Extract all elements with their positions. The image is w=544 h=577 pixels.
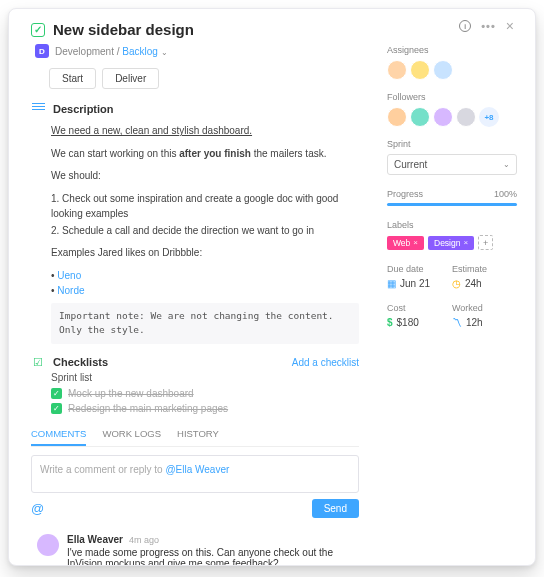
progress-value: 100% <box>494 189 517 199</box>
worked-label: Worked <box>452 303 517 313</box>
add-label-button[interactable]: + <box>478 235 493 250</box>
task-title: New sidebar design <box>53 21 194 38</box>
status-dropdown[interactable]: Backlog ⌄ <box>122 46 167 57</box>
link-norde[interactable]: Norde <box>57 285 84 296</box>
chevron-down-icon: ⌄ <box>503 160 510 169</box>
estimate-label: Estimate <box>452 264 517 274</box>
calendar-icon: ▦ <box>387 278 396 289</box>
label-design[interactable]: Design × <box>428 236 474 250</box>
comment-input[interactable]: Write a comment or reply to @Ella Weaver <box>31 455 359 493</box>
add-checklist-link[interactable]: Add a checklist <box>292 357 359 368</box>
info-icon[interactable]: i <box>459 20 471 32</box>
checklist-icon: ☑ <box>31 356 45 369</box>
start-button[interactable]: Start <box>49 68 96 89</box>
cost-value[interactable]: $$180 <box>387 317 452 328</box>
avatar[interactable] <box>433 60 453 80</box>
tab-comments[interactable]: COMMENTS <box>31 428 86 446</box>
comment: Ella Weaver4m ago I've made some progres… <box>31 528 359 565</box>
sprint-label: Sprint <box>387 139 517 149</box>
comment-text: I've made some progress on this. Can any… <box>67 547 353 565</box>
comment-author[interactable]: Ella Weaver <box>67 534 123 545</box>
project-name[interactable]: Development <box>55 46 114 57</box>
checkbox-icon[interactable]: ✓ <box>51 388 62 399</box>
avatar[interactable] <box>410 60 430 80</box>
description-body[interactable]: We need a new, clean and stylish dashboa… <box>51 123 359 344</box>
avatar[interactable] <box>37 534 59 556</box>
project-badge[interactable]: D <box>35 44 49 58</box>
dollar-icon: $ <box>387 317 393 328</box>
avatar[interactable] <box>387 60 407 80</box>
sprint-select[interactable]: Current ⌄ <box>387 154 517 175</box>
followers-label: Followers <box>387 92 517 102</box>
avatar[interactable] <box>387 107 407 127</box>
activity-icon: 〽 <box>452 317 462 328</box>
labels-label: Labels <box>387 220 517 230</box>
assignees-label: Assignees <box>387 45 517 55</box>
estimate-value[interactable]: ◷24h <box>452 278 517 289</box>
avatar[interactable] <box>433 107 453 127</box>
more-menu-icon[interactable]: ••• <box>481 20 496 32</box>
cost-label: Cost <box>387 303 452 313</box>
description-icon <box>31 103 45 115</box>
checklists-heading: Checklists <box>53 356 108 368</box>
checklist-title: Sprint list <box>51 372 359 383</box>
code-note: Important note: We are not changing the … <box>51 303 359 344</box>
breadcrumb: D Development / Backlog ⌄ <box>35 44 359 58</box>
checklist-item[interactable]: ✓ Redesign the main marketing pages <box>51 403 359 414</box>
assignees[interactable] <box>387 60 517 80</box>
checklist-item[interactable]: ✓ Mock up the new dashboard <box>51 388 359 399</box>
progress-label: Progress <box>387 189 423 199</box>
tab-work-logs[interactable]: WORK LOGS <box>102 428 161 446</box>
more-followers-badge[interactable]: +8 <box>479 107 499 127</box>
avatar[interactable] <box>410 107 430 127</box>
due-date-label: Due date <box>387 264 452 274</box>
avatar[interactable] <box>456 107 476 127</box>
label-web[interactable]: Web × <box>387 236 424 250</box>
checkbox-icon[interactable]: ✓ <box>51 403 62 414</box>
comment-time: 4m ago <box>129 535 159 545</box>
followers[interactable]: +8 <box>387 107 517 127</box>
close-icon[interactable]: × <box>506 18 514 34</box>
link-ueno[interactable]: Ueno <box>57 270 81 281</box>
send-button[interactable]: Send <box>312 499 359 518</box>
deliver-button[interactable]: Deliver <box>102 68 159 89</box>
tab-history[interactable]: HISTORY <box>177 428 219 446</box>
mention-icon[interactable]: @ <box>31 501 44 516</box>
task-check-icon: ✓ <box>31 23 45 37</box>
description-heading: Description <box>53 103 114 115</box>
clock-icon: ◷ <box>452 278 461 289</box>
worked-value[interactable]: 〽12h <box>452 317 517 328</box>
progress-bar <box>387 203 517 206</box>
due-date-value[interactable]: ▦Jun 21 <box>387 278 452 289</box>
